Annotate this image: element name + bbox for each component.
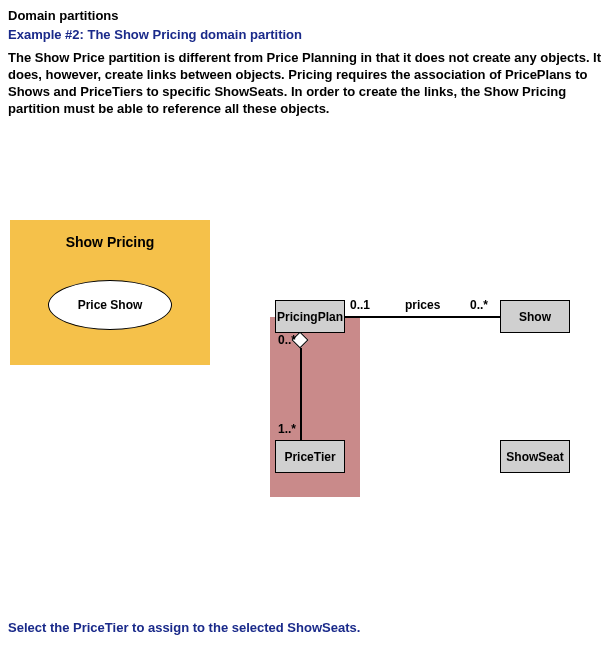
mult-aggregation-bottom: 1..*: [278, 422, 296, 436]
class-pricetier: PriceTier: [275, 440, 345, 473]
example-subtitle: Example #2: The Show Pricing domain part…: [0, 25, 610, 50]
usecase-ellipse: Price Show: [48, 280, 172, 330]
partition-title: Show Pricing: [10, 220, 210, 250]
mult-pricingplan-show-left: 0..1: [350, 298, 370, 312]
assoc-name-prices: prices: [405, 298, 440, 312]
assoc-line-prices: [345, 316, 500, 318]
uml-diagram: Show Pricing Price Show 0..1 prices 0..*…: [0, 220, 610, 500]
class-show: Show: [500, 300, 570, 333]
mult-pricingplan-show-right: 0..*: [470, 298, 488, 312]
class-label: ShowSeat: [506, 450, 563, 464]
class-label: Show: [519, 310, 551, 324]
class-label: PriceTier: [284, 450, 335, 464]
partition-box: Show Pricing Price Show: [10, 220, 210, 365]
description-text: The Show Price partition is different fr…: [0, 50, 610, 118]
class-pricingplan: PricingPlan: [275, 300, 345, 333]
footer-note: Select the PriceTier to assign to the se…: [8, 620, 360, 635]
assoc-line-aggregation: [300, 348, 302, 440]
class-showseat: ShowSeat: [500, 440, 570, 473]
usecase-label: Price Show: [78, 298, 143, 312]
page-title: Domain partitions: [0, 0, 610, 25]
class-label: PricingPlan: [277, 310, 343, 324]
mult-aggregation-top: 0..*: [278, 333, 296, 347]
